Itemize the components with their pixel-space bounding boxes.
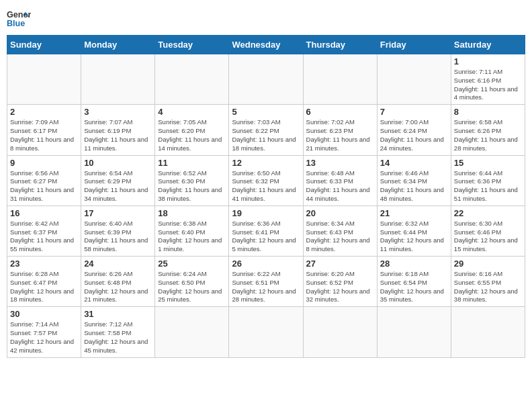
day-number: 20 bbox=[306, 208, 374, 218]
day-info: Sunrise: 6:50 AM Sunset: 6:32 PM Dayligh… bbox=[232, 169, 300, 203]
day-info: Sunrise: 6:16 AM Sunset: 6:55 PM Dayligh… bbox=[454, 270, 522, 304]
day-info: Sunrise: 7:00 AM Sunset: 6:24 PM Dayligh… bbox=[380, 118, 448, 152]
day-info: Sunrise: 7:07 AM Sunset: 6:19 PM Dayligh… bbox=[84, 118, 152, 152]
calendar-cell: 28Sunrise: 6:18 AM Sunset: 6:54 PM Dayli… bbox=[377, 257, 451, 307]
day-number: 12 bbox=[232, 158, 300, 168]
calendar-cell bbox=[229, 307, 303, 357]
day-info: Sunrise: 6:46 AM Sunset: 6:34 PM Dayligh… bbox=[380, 169, 448, 203]
weekday-header: Friday bbox=[377, 36, 451, 54]
calendar-cell: 5Sunrise: 7:03 AM Sunset: 6:22 PM Daylig… bbox=[229, 105, 303, 155]
day-number: 18 bbox=[158, 208, 226, 218]
day-number: 30 bbox=[10, 309, 78, 319]
day-number: 29 bbox=[454, 259, 522, 269]
day-info: Sunrise: 6:52 AM Sunset: 6:30 PM Dayligh… bbox=[158, 169, 226, 203]
day-info: Sunrise: 6:30 AM Sunset: 6:46 PM Dayligh… bbox=[454, 220, 522, 254]
logo: General Blue bbox=[7, 7, 31, 31]
day-info: Sunrise: 6:28 AM Sunset: 6:47 PM Dayligh… bbox=[10, 270, 78, 304]
day-number: 8 bbox=[454, 107, 522, 117]
day-number: 27 bbox=[306, 259, 374, 269]
calendar-cell: 31Sunrise: 7:12 AM Sunset: 7:58 PM Dayli… bbox=[81, 307, 155, 357]
day-info: Sunrise: 7:09 AM Sunset: 6:17 PM Dayligh… bbox=[10, 118, 78, 152]
calendar-header: SundayMondayTuesdayWednesdayThursdayFrid… bbox=[7, 36, 525, 54]
calendar-week-row: 23Sunrise: 6:28 AM Sunset: 6:47 PM Dayli… bbox=[7, 257, 525, 307]
calendar-cell: 13Sunrise: 6:48 AM Sunset: 6:33 PM Dayli… bbox=[303, 155, 377, 205]
calendar-cell: 3Sunrise: 7:07 AM Sunset: 6:19 PM Daylig… bbox=[81, 105, 155, 155]
logo-icon: General Blue bbox=[7, 7, 31, 31]
calendar-body: 1Sunrise: 7:11 AM Sunset: 6:16 PM Daylig… bbox=[7, 54, 525, 358]
calendar-cell: 22Sunrise: 6:30 AM Sunset: 6:46 PM Dayli… bbox=[451, 205, 525, 256]
calendar-cell: 16Sunrise: 6:42 AM Sunset: 6:37 PM Dayli… bbox=[7, 205, 81, 256]
day-number: 2 bbox=[10, 107, 78, 117]
day-number: 25 bbox=[158, 259, 226, 269]
day-number: 24 bbox=[84, 259, 152, 269]
day-number: 3 bbox=[84, 107, 152, 117]
day-info: Sunrise: 7:11 AM Sunset: 6:16 PM Dayligh… bbox=[454, 68, 522, 102]
day-number: 17 bbox=[84, 208, 152, 218]
calendar-cell: 14Sunrise: 6:46 AM Sunset: 6:34 PM Dayli… bbox=[377, 155, 451, 205]
calendar-week-row: 1Sunrise: 7:11 AM Sunset: 6:16 PM Daylig… bbox=[7, 54, 525, 105]
day-info: Sunrise: 6:40 AM Sunset: 6:39 PM Dayligh… bbox=[84, 220, 152, 254]
calendar-cell: 4Sunrise: 7:05 AM Sunset: 6:20 PM Daylig… bbox=[155, 105, 229, 155]
weekday-header: Saturday bbox=[451, 36, 525, 54]
day-number: 14 bbox=[380, 158, 448, 168]
calendar-cell: 2Sunrise: 7:09 AM Sunset: 6:17 PM Daylig… bbox=[7, 105, 81, 155]
day-number: 10 bbox=[84, 158, 152, 168]
svg-text:Blue: Blue bbox=[7, 19, 25, 28]
calendar-cell: 8Sunrise: 6:58 AM Sunset: 6:26 PM Daylig… bbox=[451, 105, 525, 155]
day-info: Sunrise: 7:03 AM Sunset: 6:22 PM Dayligh… bbox=[232, 118, 300, 152]
calendar-cell bbox=[229, 54, 303, 105]
header: General Blue bbox=[7, 7, 525, 31]
calendar-cell: 27Sunrise: 6:20 AM Sunset: 6:52 PM Dayli… bbox=[303, 257, 377, 307]
calendar-table: SundayMondayTuesdayWednesdayThursdayFrid… bbox=[7, 35, 525, 358]
calendar-cell: 24Sunrise: 6:26 AM Sunset: 6:48 PM Dayli… bbox=[81, 257, 155, 307]
day-info: Sunrise: 6:18 AM Sunset: 6:54 PM Dayligh… bbox=[380, 270, 448, 304]
day-info: Sunrise: 6:24 AM Sunset: 6:50 PM Dayligh… bbox=[158, 270, 226, 304]
calendar-cell: 9Sunrise: 6:56 AM Sunset: 6:27 PM Daylig… bbox=[7, 155, 81, 205]
day-info: Sunrise: 6:58 AM Sunset: 6:26 PM Dayligh… bbox=[454, 118, 522, 152]
calendar-cell: 23Sunrise: 6:28 AM Sunset: 6:47 PM Dayli… bbox=[7, 257, 81, 307]
day-number: 16 bbox=[10, 208, 78, 218]
calendar-cell bbox=[155, 307, 229, 357]
day-info: Sunrise: 6:26 AM Sunset: 6:48 PM Dayligh… bbox=[84, 270, 152, 304]
day-number: 23 bbox=[10, 259, 78, 269]
day-number: 1 bbox=[454, 56, 522, 66]
day-info: Sunrise: 6:44 AM Sunset: 6:36 PM Dayligh… bbox=[454, 169, 522, 203]
day-info: Sunrise: 6:34 AM Sunset: 6:43 PM Dayligh… bbox=[306, 220, 374, 254]
day-info: Sunrise: 6:38 AM Sunset: 6:40 PM Dayligh… bbox=[158, 220, 226, 254]
weekday-header: Wednesday bbox=[229, 36, 303, 54]
day-number: 21 bbox=[380, 208, 448, 218]
calendar-cell: 1Sunrise: 7:11 AM Sunset: 6:16 PM Daylig… bbox=[451, 54, 525, 105]
day-info: Sunrise: 6:32 AM Sunset: 6:44 PM Dayligh… bbox=[380, 220, 448, 254]
day-info: Sunrise: 6:42 AM Sunset: 6:37 PM Dayligh… bbox=[10, 220, 78, 254]
day-info: Sunrise: 7:05 AM Sunset: 6:20 PM Dayligh… bbox=[158, 118, 226, 152]
day-info: Sunrise: 7:02 AM Sunset: 6:23 PM Dayligh… bbox=[306, 118, 374, 152]
calendar-cell bbox=[303, 54, 377, 105]
calendar-cell: 25Sunrise: 6:24 AM Sunset: 6:50 PM Dayli… bbox=[155, 257, 229, 307]
day-info: Sunrise: 6:54 AM Sunset: 6:29 PM Dayligh… bbox=[84, 169, 152, 203]
calendar-cell: 7Sunrise: 7:00 AM Sunset: 6:24 PM Daylig… bbox=[377, 105, 451, 155]
day-info: Sunrise: 7:14 AM Sunset: 7:57 PM Dayligh… bbox=[10, 320, 78, 355]
day-number: 11 bbox=[158, 158, 226, 168]
calendar-cell: 15Sunrise: 6:44 AM Sunset: 6:36 PM Dayli… bbox=[451, 155, 525, 205]
calendar-cell bbox=[377, 54, 451, 105]
calendar-week-row: 2Sunrise: 7:09 AM Sunset: 6:17 PM Daylig… bbox=[7, 105, 525, 155]
day-number: 5 bbox=[232, 107, 300, 117]
weekday-header-row: SundayMondayTuesdayWednesdayThursdayFrid… bbox=[7, 36, 525, 54]
calendar-cell: 12Sunrise: 6:50 AM Sunset: 6:32 PM Dayli… bbox=[229, 155, 303, 205]
calendar-cell: 29Sunrise: 6:16 AM Sunset: 6:55 PM Dayli… bbox=[451, 257, 525, 307]
day-number: 4 bbox=[158, 107, 226, 117]
calendar-cell: 20Sunrise: 6:34 AM Sunset: 6:43 PM Dayli… bbox=[303, 205, 377, 256]
day-number: 7 bbox=[380, 107, 448, 117]
calendar-cell bbox=[303, 307, 377, 357]
day-info: Sunrise: 6:22 AM Sunset: 6:51 PM Dayligh… bbox=[232, 270, 300, 304]
weekday-header: Sunday bbox=[7, 36, 81, 54]
day-number: 19 bbox=[232, 208, 300, 218]
calendar-cell: 21Sunrise: 6:32 AM Sunset: 6:44 PM Dayli… bbox=[377, 205, 451, 256]
weekday-header: Monday bbox=[81, 36, 155, 54]
day-number: 22 bbox=[454, 208, 522, 218]
weekday-header: Thursday bbox=[303, 36, 377, 54]
day-number: 13 bbox=[306, 158, 374, 168]
day-number: 6 bbox=[306, 107, 374, 117]
calendar-cell bbox=[7, 54, 81, 105]
day-info: Sunrise: 6:56 AM Sunset: 6:27 PM Dayligh… bbox=[10, 169, 78, 203]
